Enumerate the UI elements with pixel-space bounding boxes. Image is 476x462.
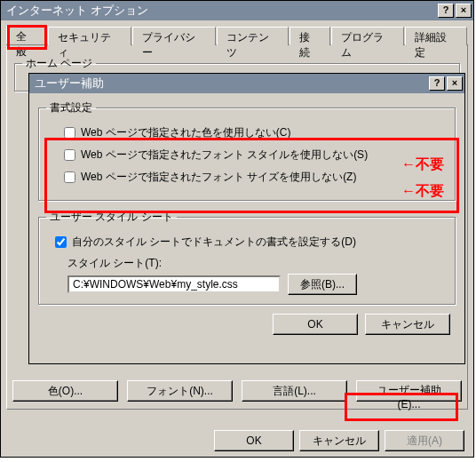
chk-userstyle-row: 自分のスタイル シートでドキュメントの書式を設定する(D) [52, 234, 448, 251]
colors-button[interactable]: 色(O)... [12, 380, 118, 402]
tab-strip: 全般 セキュリティ プライバシー コンテンツ 接続 プログラム 詳細設定 [6, 26, 468, 45]
userstyle-legend: ユーザー スタイル シート [46, 210, 177, 225]
chk-fontsize[interactable] [64, 171, 75, 183]
tab-general[interactable]: 全般 [6, 26, 47, 44]
accessibility-dialog: ユーザー補助 ? × 書式設定 Web ページで指定された色を使用しない(C) … [28, 73, 465, 364]
homepage-legend: ホーム ページ [22, 56, 96, 71]
browse-button[interactable]: 参照(B)... [288, 274, 357, 295]
tab-security[interactable]: セキュリティ [48, 27, 131, 45]
sheet-label: スタイル シート(T): [67, 256, 448, 271]
ok-button[interactable]: OK [214, 430, 294, 451]
tab-programs[interactable]: プログラム [331, 27, 404, 45]
chk-color-label: Web ページで指定された色を使用しない(C) [81, 125, 290, 140]
tab-connections[interactable]: 接続 [290, 27, 330, 45]
tab-advanced[interactable]: 詳細設定 [405, 27, 467, 45]
tab-privacy[interactable]: プライバシー [132, 27, 216, 45]
chk-fontstyle-label: Web ページで指定されたフォント スタイルを使用しない(S) [81, 147, 368, 163]
tab-content[interactable]: コンテンツ [217, 27, 290, 45]
accessibility-ok-button[interactable]: OK [273, 314, 358, 335]
sheet-row: スタイル シート(T): 参照(B)... [67, 256, 448, 295]
accessibility-body: 書式設定 Web ページで指定された色を使用しない(C) Web ページで指定さ… [29, 93, 464, 339]
titlebar: インターネット オプション ? × [1, 1, 473, 20]
chk-fontstyle-row: Web ページで指定されたフォント スタイルを使用しない(S) [60, 147, 448, 163]
chk-fontsize-row: Web ページで指定されたフォント サイズを使用しない(Z) [60, 169, 448, 186]
panel-button-row: 色(O)... フォント(N)... 言語(L)... ユーザー補助(E)... [12, 380, 462, 402]
chk-userstyle-label: 自分のスタイル シートでドキュメントの書式を設定する(D) [72, 235, 356, 250]
close-button[interactable]: × [456, 4, 472, 18]
window-title: インターネット オプション [6, 3, 436, 19]
chk-fontstyle[interactable] [64, 149, 75, 161]
apply-button[interactable]: 適用(A) [385, 430, 464, 451]
accessibility-help-button[interactable]: ? [429, 76, 445, 91]
sheet-input[interactable] [67, 275, 281, 293]
accessibility-close-button[interactable]: × [447, 76, 463, 91]
format-group: 書式設定 Web ページで指定された色を使用しない(C) Web ページで指定さ… [38, 100, 456, 201]
main-button-row: OK キャンセル 適用(A) [214, 430, 464, 451]
chk-color-row: Web ページで指定された色を使用しない(C) [60, 124, 448, 141]
chk-fontsize-label: Web ページで指定されたフォント サイズを使用しない(Z) [81, 170, 356, 185]
accessibility-cancel-button[interactable]: キャンセル [365, 314, 450, 335]
fonts-button[interactable]: フォント(N)... [127, 380, 233, 402]
userstyle-group: ユーザー スタイル シート 自分のスタイル シートでドキュメントの書式を設定する… [38, 210, 456, 305]
cancel-button[interactable]: キャンセル [299, 430, 379, 451]
accessibility-title: ユーザー補助 [35, 76, 427, 92]
languages-button[interactable]: 言語(L)... [242, 380, 347, 402]
chk-color[interactable] [64, 127, 75, 139]
accessibility-button-row: OK キャンセル [38, 314, 450, 335]
accessibility-titlebar: ユーザー補助 ? × [29, 74, 464, 93]
help-button[interactable]: ? [438, 4, 454, 18]
chk-userstyle[interactable] [55, 236, 67, 248]
accessibility-button[interactable]: ユーザー補助(E)... [356, 380, 462, 402]
format-legend: 書式設定 [46, 100, 96, 116]
